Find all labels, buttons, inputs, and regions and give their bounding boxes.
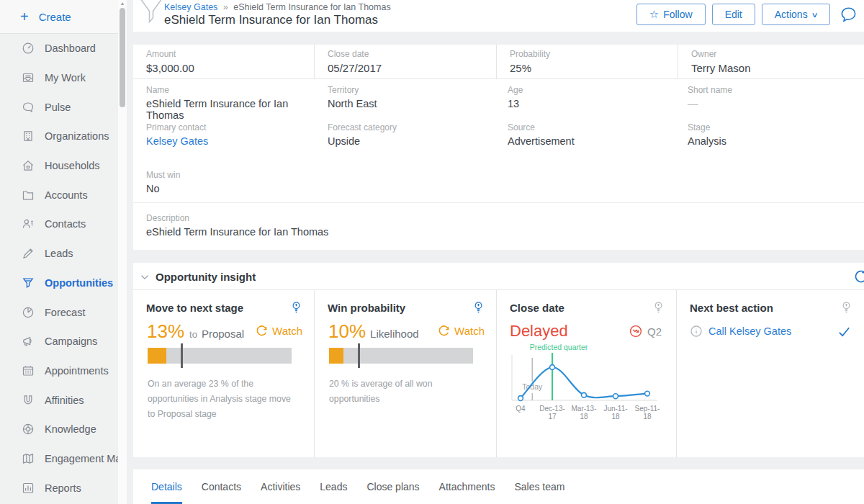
tab-contacts[interactable]: Contacts	[202, 469, 241, 504]
card-title: Close date	[510, 302, 564, 314]
scroll-up-arrow[interactable]: ▲	[118, 0, 127, 7]
sidebar-item-engagement-map[interactable]: Engagement Map	[0, 444, 118, 474]
actions-button[interactable]: Actions ∨	[762, 4, 830, 25]
insight-card-move-to-next-stage: Move to next stage 13% to Proposal Watch…	[133, 290, 315, 457]
svg-text:Jun-11-: Jun-11-	[603, 405, 627, 413]
funnel-icon	[22, 276, 35, 289]
lightbulb-icon	[840, 300, 852, 318]
summary-row: Amount $3,000.00 Close date 05/27/2017 P…	[133, 45, 864, 79]
tab-activities[interactable]: Activities	[261, 469, 300, 504]
lightbulb-icon	[290, 300, 302, 318]
sidebar-item-label: Knowledge	[45, 423, 96, 435]
primary-contact-link[interactable]: Kelsey Gates	[146, 135, 315, 147]
edit-button[interactable]: Edit	[712, 4, 755, 25]
record-tabs: Details Contacts Activities Leads Close …	[133, 469, 864, 504]
scrollbar-thumb[interactable]	[120, 8, 125, 107]
progress-fill	[148, 348, 166, 364]
divider	[133, 202, 864, 203]
sidebar-item-my-work[interactable]: My Work	[0, 63, 118, 93]
opportunity-insight-header: Opportunity insight	[133, 263, 864, 290]
card-title: Move to next stage	[146, 302, 243, 314]
svg-text:Mar-13-: Mar-13-	[571, 405, 596, 413]
lifebuoy-icon	[22, 423, 35, 436]
sidebar-item-knowledge[interactable]: Knowledge	[0, 415, 118, 444]
megaphone-icon	[22, 335, 35, 348]
svg-text:Q4: Q4	[516, 405, 526, 413]
field-must-win: Must win No	[146, 170, 315, 194]
watch-button[interactable]: Watch	[255, 324, 302, 338]
inbox-tray-icon	[22, 71, 35, 84]
record-details-card: Amount $3,000.00 Close date 05/27/2017 P…	[133, 45, 864, 250]
watch-button[interactable]: Watch	[437, 324, 485, 338]
sidebar: + Create Dashboard My Work Pulse Organiz…	[0, 0, 118, 504]
tab-close-plans[interactable]: Close plans	[366, 469, 419, 504]
tab-sales-team[interactable]: Sales team	[514, 469, 564, 504]
main-content: Kelsey Gates » eShield Term Insurance fo…	[133, 0, 864, 504]
tab-leads[interactable]: Leads	[320, 469, 347, 504]
sidebar-item-label: Forecast	[45, 307, 85, 318]
field-amount: Amount $3,000.00	[133, 45, 315, 78]
field-source: Source Advertisement	[508, 122, 677, 147]
sidebar-scrollbar[interactable]: ▲	[118, 0, 127, 504]
section-title: Opportunity insight	[156, 271, 256, 283]
insight-card-close-date: Close date Delayed Q2 TodayPredicted qua…	[497, 290, 677, 457]
sidebar-item-affinities[interactable]: Affinities	[0, 385, 118, 415]
win-probability-value: 10%	[328, 320, 366, 343]
progress-marker	[358, 343, 360, 368]
refresh-icon[interactable]	[853, 269, 864, 287]
sidebar-item-label: Pulse	[45, 102, 71, 113]
collapse-chevron-icon[interactable]	[140, 272, 150, 285]
stage-progress-bar	[148, 348, 292, 364]
sidebar-item-accounts[interactable]: Accounts	[0, 180, 118, 210]
tab-details[interactable]: Details	[151, 469, 182, 504]
create-button[interactable]: + Create	[0, 0, 118, 34]
breadcrumb-link[interactable]: Kelsey Gates	[164, 2, 217, 12]
star-icon: ☆	[649, 8, 659, 21]
sidebar-item-opportunities[interactable]: Opportunities	[0, 269, 118, 298]
tab-attachments[interactable]: Attachments	[439, 469, 495, 504]
sidebar-item-label: Accounts	[45, 189, 88, 201]
sidebar-item-appointments[interactable]: Appointments	[0, 356, 118, 386]
sidebar-item-leads[interactable]: Leads	[0, 239, 118, 269]
sidebar-item-households[interactable]: Households	[0, 151, 118, 181]
lightbulb-icon	[652, 300, 665, 318]
sidebar-item-label: Organizations	[45, 130, 109, 142]
sidebar-item-label: Engagement Map	[45, 453, 127, 464]
follow-button[interactable]: ☆ Follow	[636, 4, 706, 25]
person-icon	[22, 217, 35, 230]
building-icon	[22, 130, 35, 143]
sidebar-item-label: Opportunities	[45, 277, 113, 289]
sidebar-item-contacts[interactable]: Contacts	[0, 210, 118, 239]
chat-bubble-icon[interactable]	[839, 5, 858, 27]
field-close-date: Close date 05/27/2017	[315, 45, 497, 78]
sidebar-item-organizations[interactable]: Organizations	[0, 122, 118, 151]
field-stage: Stage Analysis	[688, 122, 857, 147]
plus-icon: +	[20, 9, 29, 24]
insight-card-win-probability: Win probability 10% Likelihood Watch 20 …	[315, 290, 497, 457]
breadcrumb: Kelsey Gates » eShield Term Insurance fo…	[164, 2, 391, 12]
magnet-icon	[22, 394, 35, 407]
call-contact-link[interactable]: Call Kelsey Gates	[708, 325, 791, 337]
sidebar-item-forecast[interactable]: Forecast	[0, 297, 118, 327]
sidebar-item-campaigns[interactable]: Campaigns	[0, 327, 118, 356]
progress-fill	[329, 348, 343, 364]
sidebar-item-reports[interactable]: Reports	[0, 473, 118, 503]
sidebar-item-dashboard[interactable]: Dashboard	[0, 34, 118, 63]
svg-text:18: 18	[611, 413, 620, 420]
svg-text:Predicted quarter: Predicted quarter	[530, 343, 588, 351]
speech-bubble-icon	[22, 101, 35, 114]
field-owner: Owner Terry Mason	[678, 45, 864, 78]
stage-probability-value: 13%	[147, 320, 184, 343]
sidebar-item-label: Leads	[45, 248, 73, 259]
chevron-down-icon: ∨	[811, 11, 818, 19]
complete-check-icon[interactable]	[837, 325, 851, 341]
page-header: Kelsey Gates » eShield Term Insurance fo…	[133, 0, 864, 32]
next-best-action-row: Call Kelsey Gates	[690, 325, 791, 338]
field-name: Name eShield Term Insurance for Ian Thom…	[146, 85, 315, 121]
dashboard-icon	[22, 42, 35, 55]
close-date-status: Delayed	[510, 322, 568, 341]
sidebar-item-pulse[interactable]: Pulse	[0, 92, 118, 122]
quarter-label: Q2	[647, 325, 662, 338]
svg-text:18: 18	[580, 413, 588, 420]
bar-chart-icon	[22, 482, 35, 495]
